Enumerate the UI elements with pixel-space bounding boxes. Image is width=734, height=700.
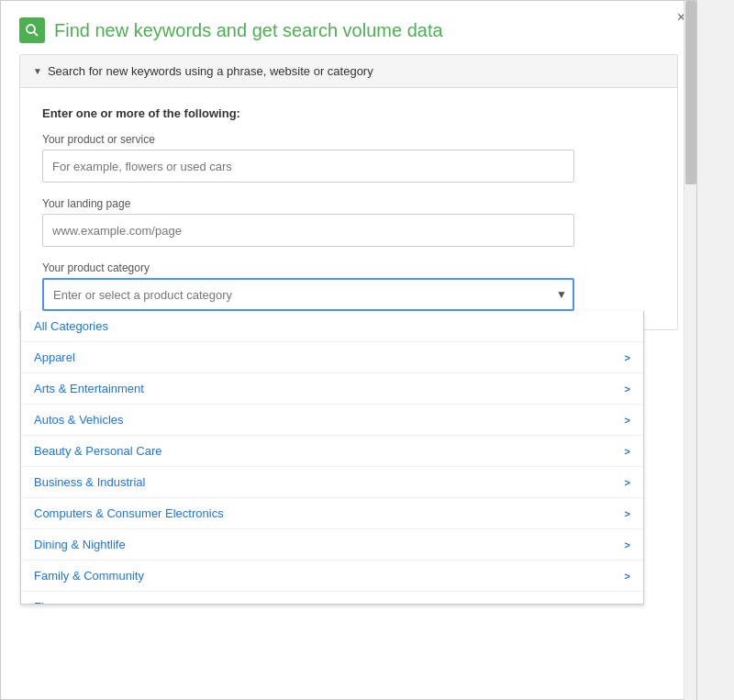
dropdown-item[interactable]: Business & Industrial>	[21, 467, 643, 498]
search-icon-box	[19, 17, 45, 43]
dropdown-item[interactable]: Finance>	[21, 592, 643, 605]
dropdown-item-label: Arts & Entertainment	[34, 382, 144, 395]
product-input[interactable]	[42, 150, 574, 183]
chevron-right-icon: >	[625, 571, 630, 582]
dropdown-item-label: Family & Community	[34, 569, 144, 583]
accordion-section: ▼ Search for new keywords using a phrase…	[19, 54, 678, 330]
accordion-arrow-icon: ▼	[33, 66, 42, 76]
modal-container: × Find new keywords and get search volum…	[0, 0, 697, 700]
chevron-right-icon: >	[625, 446, 630, 457]
dropdown-item[interactable]: Computers & Consumer Electronics>	[21, 498, 643, 529]
accordion-body: Enter one or more of the following: Your…	[20, 88, 677, 329]
dropdown-item-label: Finance	[34, 600, 76, 605]
dropdown-item-label: Autos & Vehicles	[34, 413, 124, 427]
dropdown-item-label: Computers & Consumer Electronics	[34, 506, 224, 520]
product-label: Your product or service	[42, 133, 655, 146]
dropdown-item-label: Dining & Nightlife	[34, 538, 126, 551]
chevron-right-icon: >	[625, 352, 630, 363]
dropdown-item-label: Business & Industrial	[34, 475, 145, 489]
category-dropdown-list: All CategoriesApparel>Arts & Entertainme…	[20, 311, 644, 605]
category-dropdown-wrapper: ▼ All CategoriesApparel>Arts & Entertain…	[42, 278, 574, 311]
dropdown-item[interactable]: Arts & Entertainment>	[21, 373, 643, 405]
scrollbar-thumb	[685, 1, 696, 184]
dropdown-item[interactable]: All Categories	[21, 311, 643, 342]
scrollbar[interactable]	[684, 1, 696, 700]
svg-line-1	[34, 32, 38, 36]
svg-point-0	[27, 25, 35, 33]
search-icon	[24, 22, 40, 39]
dropdown-item-label: Beauty & Personal Care	[34, 444, 161, 458]
dropdown-item[interactable]: Autos & Vehicles>	[21, 405, 643, 436]
dropdown-item[interactable]: Apparel>	[21, 342, 643, 373]
dropdown-item[interactable]: Dining & Nightlife>	[21, 529, 643, 561]
chevron-right-icon: >	[625, 602, 630, 606]
accordion-label: Search for new keywords using a phrase, …	[48, 64, 373, 78]
chevron-right-icon: >	[625, 508, 630, 519]
category-input[interactable]	[42, 278, 574, 311]
landing-page-input[interactable]	[42, 214, 574, 247]
dropdown-item-label: Apparel	[34, 350, 75, 364]
page-title: Find new keywords and get search volume …	[54, 20, 443, 41]
dropdown-item-label: All Categories	[34, 319, 108, 333]
chevron-right-icon: >	[625, 383, 630, 394]
form-section-title: Enter one or more of the following:	[42, 106, 655, 120]
dropdown-item[interactable]: Family & Community>	[21, 561, 643, 592]
accordion-header[interactable]: ▼ Search for new keywords using a phrase…	[20, 55, 677, 88]
category-label: Your product category	[42, 261, 655, 274]
dropdown-item[interactable]: Beauty & Personal Care>	[21, 436, 643, 467]
chevron-right-icon: >	[625, 539, 630, 550]
landing-label: Your landing page	[42, 197, 655, 210]
modal-header: Find new keywords and get search volume …	[1, 1, 696, 54]
chevron-right-icon: >	[625, 415, 630, 426]
chevron-right-icon: >	[625, 477, 630, 488]
